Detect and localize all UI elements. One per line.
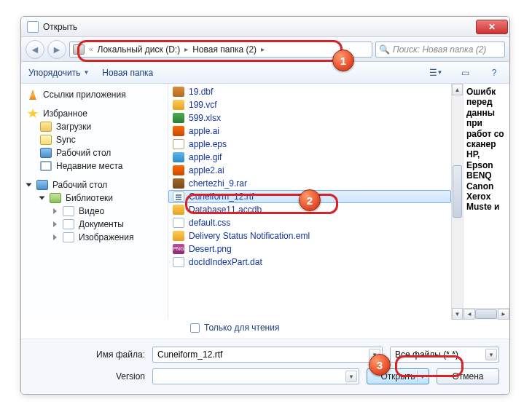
- back-button[interactable]: ◄: [26, 40, 44, 59]
- organize-button[interactable]: Упорядочить ▼: [28, 68, 89, 78]
- file-row[interactable]: PNGDesert.png: [168, 242, 451, 256]
- file-icon: [173, 126, 184, 136]
- file-row[interactable]: apple.gif: [168, 151, 451, 164]
- chevron-down-icon[interactable]: ▼: [345, 371, 357, 382]
- desktop-icon: [36, 180, 48, 190]
- vertical-scrollbar[interactable]: ▲ ▼: [451, 84, 463, 320]
- file-icon: [173, 218, 184, 228]
- documents-icon: [63, 219, 74, 229]
- breadcrumb-folder[interactable]: Новая папка (2): [192, 44, 257, 55]
- file-icon: [173, 257, 184, 267]
- file-name: 599.xlsx: [189, 113, 221, 123]
- readonly-checkbox[interactable]: [190, 323, 200, 333]
- chevron-down-icon[interactable]: ▼: [417, 371, 427, 382]
- file-row[interactable]: 199.vcf: [168, 98, 451, 111]
- help-button[interactable]: ?: [486, 66, 502, 80]
- file-row[interactable]: Delivery Status Notification.eml: [168, 229, 451, 242]
- file-row[interactable]: apple.eps: [168, 138, 451, 151]
- search-placeholder: Поиск: Новая папка (2): [393, 44, 486, 55]
- readonly-row: Только для чтения: [21, 320, 509, 339]
- sidebar-item-pictures[interactable]: Изображения: [27, 231, 168, 244]
- file-row[interactable]: default.css: [168, 216, 451, 229]
- chevron-right-icon: ▸: [261, 45, 265, 53]
- filename-input[interactable]: Cuneiform_12.rtf ▼: [152, 347, 383, 363]
- sidebar-item-desktop2[interactable]: Рабочий стол: [27, 178, 168, 191]
- breadcrumb[interactable]: « Локальный диск (D:) ▸ Новая папка (2) …: [69, 42, 372, 58]
- chevron-right-icon: ▸: [184, 45, 188, 53]
- sidebar-item-documents[interactable]: Документы: [27, 218, 168, 231]
- sidebar: Ссылки приложения Избранное Загрузки Syn…: [21, 84, 168, 320]
- sidebar-item-recent[interactable]: Недавние места: [27, 159, 168, 173]
- scroll-left-button[interactable]: ◄: [463, 309, 475, 320]
- scroll-up-button[interactable]: ▲: [452, 84, 463, 95]
- file-icon: [173, 139, 184, 149]
- disk-icon: [73, 44, 85, 55]
- search-input[interactable]: 🔍 Поиск: Новая папка (2): [375, 42, 505, 58]
- sidebar-item-libraries[interactable]: Библиотеки: [27, 191, 168, 205]
- nav-bar: ◄ ► « Локальный диск (D:) ▸ Новая папка …: [21, 37, 509, 62]
- chevron-down-icon: ▼: [83, 69, 89, 76]
- file-name: default.css: [189, 218, 230, 228]
- file-name: 199.vcf: [189, 100, 217, 110]
- file-icon: [173, 152, 184, 162]
- dialog-body: Ссылки приложения Избранное Загрузки Syn…: [21, 84, 509, 320]
- sidebar-item-video[interactable]: Видео: [27, 205, 168, 218]
- chevron-icon: «: [89, 45, 93, 53]
- scroll-thumb[interactable]: [475, 309, 497, 319]
- file-row[interactable]: chertezhi_9.rar: [168, 177, 451, 190]
- file-name: Database11.accdb: [189, 205, 262, 215]
- vlc-icon: [27, 90, 39, 100]
- annotation-badge-3: 3: [369, 354, 391, 376]
- file-icon: [173, 205, 184, 215]
- bottom-panel: Имя файла: Cuneiform_12.rtf ▼ Все файлы …: [21, 339, 509, 395]
- breadcrumb-disk[interactable]: Локальный диск (D:): [98, 44, 181, 55]
- sidebar-item-desktop[interactable]: Рабочий стол: [27, 146, 168, 159]
- file-row[interactable]: docIdIndexPart.dat: [168, 256, 451, 269]
- forward-button[interactable]: ►: [47, 40, 66, 59]
- close-button[interactable]: ✕: [476, 20, 508, 34]
- annotation-badge-1: 1: [332, 50, 354, 71]
- file-name: Delivery Status Notification.eml: [189, 231, 310, 241]
- file-name: Desert.png: [189, 244, 232, 254]
- sidebar-item-sync[interactable]: Sync: [27, 133, 168, 146]
- file-icon: PNG: [173, 244, 184, 254]
- file-name: apple.ai: [189, 126, 219, 136]
- view-options-button[interactable]: ☰ ▼: [428, 66, 444, 80]
- chevron-down-icon[interactable]: ▼: [485, 349, 497, 360]
- file-row[interactable]: 19.dbf: [168, 85, 451, 98]
- file-name: 19.dbf: [189, 87, 213, 97]
- chevron-right-icon: [53, 234, 57, 240]
- sidebar-item-applinks[interactable]: Ссылки приложения: [27, 88, 168, 101]
- sidebar-item-favorites[interactable]: Избранное: [27, 107, 168, 120]
- libraries-icon: [50, 193, 61, 203]
- app-icon: [27, 21, 39, 33]
- file-icon: [173, 87, 184, 97]
- file-icon: [173, 231, 184, 241]
- preview-pane: Ошибк перед данны при работ со сканер HP…: [463, 84, 509, 320]
- new-folder-button[interactable]: Новая папка: [102, 68, 153, 78]
- preview-text: Ошибк перед данны при работ со сканер HP…: [466, 87, 506, 213]
- scroll-down-button[interactable]: ▼: [452, 308, 463, 320]
- search-icon: 🔍: [379, 44, 390, 55]
- version-select[interactable]: ▼: [152, 368, 359, 384]
- chevron-down-icon: [39, 197, 45, 200]
- cancel-button[interactable]: Отмена: [437, 368, 499, 384]
- file-row[interactable]: apple.ai: [168, 125, 451, 138]
- scroll-thumb[interactable]: [453, 165, 462, 218]
- sidebar-item-downloads[interactable]: Загрузки: [27, 120, 168, 133]
- video-icon: [63, 206, 74, 216]
- open-dialog: Открыть ✕ ◄ ► « Локальный диск (D:) ▸ Но…: [20, 16, 510, 395]
- desktop-icon: [40, 148, 52, 158]
- horizontal-scrollbar[interactable]: ◄ ►: [463, 308, 509, 320]
- chevron-right-icon: [53, 221, 57, 227]
- preview-pane-button[interactable]: ▭: [457, 66, 473, 80]
- file-name: apple.gif: [189, 152, 222, 162]
- file-icon: [173, 165, 184, 175]
- titlebar: Открыть ✕: [21, 17, 509, 37]
- scroll-right-button[interactable]: ►: [498, 309, 509, 320]
- file-row[interactable]: 599.xlsx: [168, 111, 451, 125]
- folder-icon: [40, 135, 52, 145]
- window-title: Открыть: [43, 22, 476, 32]
- filetype-filter[interactable]: Все файлы (*.*) ▼: [390, 347, 499, 363]
- file-row[interactable]: apple2.ai: [168, 164, 451, 177]
